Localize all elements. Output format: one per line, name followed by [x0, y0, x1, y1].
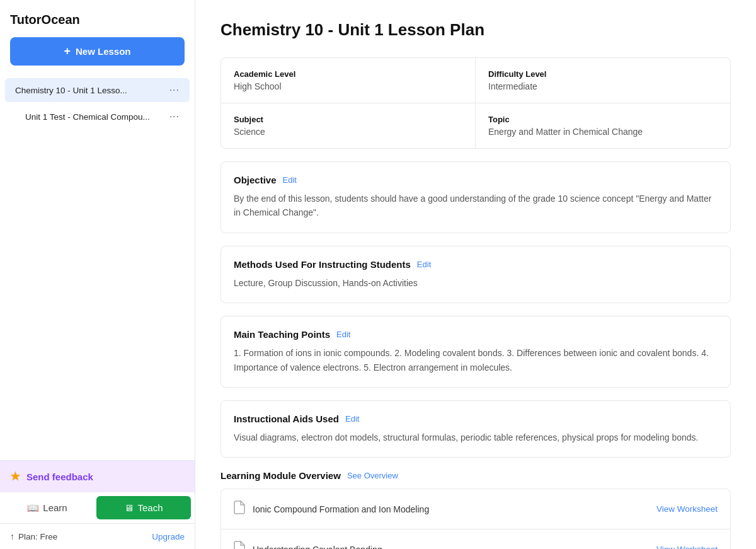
- difficulty-level-cell: Difficulty Level Intermediate: [476, 58, 730, 103]
- module-list: Ionic Compound Formation and Ion Modelin…: [220, 488, 731, 549]
- plan-label: ↑ Plan: Free: [10, 531, 57, 541]
- methods-title: Methods Used For Instructing Students: [234, 259, 411, 270]
- methods-header: Methods Used For Instructing Students Ed…: [234, 259, 718, 270]
- difficulty-level-label: Difficulty Level: [488, 69, 718, 79]
- view-worksheet-link-0[interactable]: View Worksheet: [656, 504, 718, 514]
- subject-value: Science: [234, 127, 462, 137]
- methods-edit-link[interactable]: Edit: [417, 260, 431, 269]
- sidebar-item-child-lesson[interactable]: Unit 1 Test - Chemical Compou... ···: [15, 105, 190, 129]
- sidebar: TutorOcean + New Lesson Chemistry 10 - U…: [0, 0, 195, 549]
- subject-cell: Subject Science: [221, 103, 476, 148]
- teaching-points-header: Main Teaching Points Edit: [234, 329, 718, 340]
- academic-level-cell: Academic Level High School: [221, 58, 476, 103]
- upgrade-link[interactable]: Upgrade: [152, 532, 185, 541]
- new-lesson-label: New Lesson: [76, 46, 131, 57]
- learning-module-title: Learning Module Overview: [220, 470, 341, 481]
- tab-learn[interactable]: 📖 Learn: [0, 492, 94, 523]
- tab-teach-label: Teach: [137, 502, 163, 513]
- objective-edit-link[interactable]: Edit: [283, 175, 297, 185]
- module-item-1: Understanding Covalent Bonding View Work…: [221, 529, 730, 549]
- module-item-1-left: Understanding Covalent Bonding: [234, 541, 382, 549]
- instructional-aids-edit-link[interactable]: Edit: [345, 414, 359, 424]
- instructional-aids-title: Instructional Aids Used: [234, 413, 339, 424]
- new-lesson-button[interactable]: + New Lesson: [10, 37, 185, 66]
- academic-level-label: Academic Level: [234, 69, 462, 79]
- parent-lesson-menu-dots[interactable]: ···: [169, 84, 180, 96]
- module-item-0-name: Ionic Compound Formation and Ion Modelin…: [253, 504, 429, 514]
- doc-icon-0: [234, 500, 245, 517]
- child-lesson-label: Unit 1 Test - Chemical Compou...: [25, 112, 150, 122]
- star-icon: ★: [10, 470, 20, 483]
- send-feedback-label: Send feedback: [26, 471, 93, 482]
- plus-icon: +: [64, 45, 71, 58]
- plan-row: ↑ Plan: Free Upgrade: [0, 524, 195, 549]
- objective-section: Objective Edit By the end of this lesson…: [220, 161, 731, 233]
- sidebar-nav: Chemistry 10 - Unit 1 Lesso... ··· Unit …: [0, 73, 195, 460]
- topic-label: Topic: [488, 115, 718, 124]
- academic-level-value: High School: [234, 81, 462, 91]
- methods-body: Lecture, Group Discussion, Hands-on Acti…: [234, 276, 718, 290]
- app-title: TutorOcean: [10, 13, 185, 27]
- send-feedback-button[interactable]: ★ Send feedback: [0, 461, 195, 492]
- child-lesson-menu-dots[interactable]: ···: [169, 111, 180, 122]
- tab-row: 📖 Learn 🖥 Teach: [0, 492, 195, 524]
- plan-label-text: Plan: Free: [18, 532, 57, 541]
- module-item-0: Ionic Compound Formation and Ion Modelin…: [221, 489, 730, 529]
- module-item-1-name: Understanding Covalent Bonding: [253, 545, 382, 549]
- monitor-icon: 🖥: [124, 502, 134, 513]
- arrow-up-icon: ↑: [10, 531, 14, 541]
- sidebar-item-parent-lesson[interactable]: Chemistry 10 - Unit 1 Lesso... ···: [5, 78, 190, 102]
- info-grid: Academic Level High School Difficulty Le…: [220, 57, 731, 149]
- subject-label: Subject: [234, 115, 462, 124]
- sidebar-top: TutorOcean + New Lesson: [0, 0, 195, 73]
- book-icon: 📖: [27, 502, 39, 514]
- teaching-points-edit-link[interactable]: Edit: [336, 330, 350, 339]
- objective-title: Objective: [234, 175, 277, 185]
- instructional-aids-section: Instructional Aids Used Edit Visual diag…: [220, 400, 731, 458]
- difficulty-level-value: Intermediate: [488, 81, 718, 91]
- page-title: Chemistry 10 - Unit 1 Lesson Plan: [220, 20, 731, 40]
- topic-value: Energy and Matter in Chemical Change: [488, 127, 718, 137]
- parent-lesson-label: Chemistry 10 - Unit 1 Lesso...: [15, 86, 127, 95]
- instructional-aids-header: Instructional Aids Used Edit: [234, 413, 718, 424]
- teaching-points-section: Main Teaching Points Edit 1. Formation o…: [220, 316, 731, 388]
- doc-icon-1: [234, 541, 245, 549]
- learning-module-header: Learning Module Overview See Overview: [220, 470, 731, 481]
- sidebar-bottom: ★ Send feedback 📖 Learn 🖥 Teach ↑ Plan: …: [0, 460, 195, 549]
- tab-learn-label: Learn: [43, 502, 67, 513]
- tab-teach[interactable]: 🖥 Teach: [96, 496, 191, 519]
- methods-section: Methods Used For Instructing Students Ed…: [220, 246, 731, 303]
- teaching-points-body: 1. Formation of ions in ionic compounds.…: [234, 346, 718, 374]
- learning-module-section: Learning Module Overview See Overview Io…: [220, 470, 731, 549]
- view-worksheet-link-1[interactable]: View Worksheet: [656, 545, 718, 549]
- topic-cell: Topic Energy and Matter in Chemical Chan…: [476, 103, 730, 148]
- instructional-aids-body: Visual diagrams, electron dot models, st…: [234, 431, 718, 444]
- objective-body: By the end of this lesson, students shou…: [234, 192, 718, 220]
- see-overview-link[interactable]: See Overview: [347, 471, 398, 480]
- main-content: Chemistry 10 - Unit 1 Lesson Plan Academ…: [195, 0, 756, 549]
- module-item-0-left: Ionic Compound Formation and Ion Modelin…: [234, 500, 429, 517]
- objective-header: Objective Edit: [234, 175, 718, 185]
- teaching-points-title: Main Teaching Points: [234, 329, 330, 340]
